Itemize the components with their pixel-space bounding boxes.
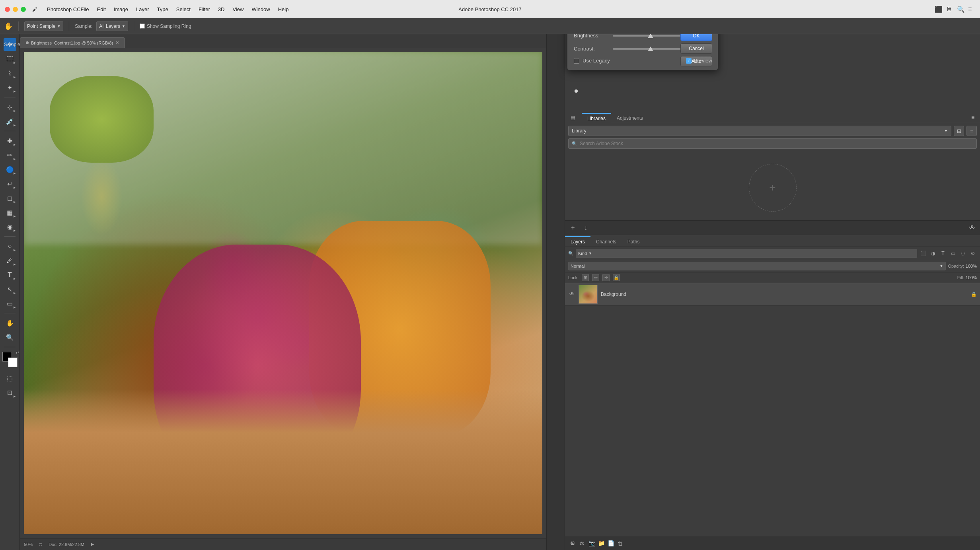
fill-value[interactable]: 100% (966, 275, 977, 280)
libs-add-circle[interactable]: + (749, 164, 797, 212)
layer-name-label: Background (601, 292, 968, 297)
menu-file[interactable]: File (81, 6, 89, 12)
sub-arrow-icon: ▶ (14, 215, 16, 218)
tab-channels[interactable]: Channels (590, 237, 622, 247)
hand-tool-button[interactable]: ✋ (4, 317, 16, 329)
show-sampling-ring-option[interactable]: Show Sampling Ring (140, 23, 191, 29)
background-color-swatch[interactable] (8, 358, 18, 367)
blur-tool-button[interactable]: ◉ ▶ (4, 220, 16, 233)
adjustment-filter-button[interactable]: ◑ (929, 249, 937, 257)
shape-filter-button[interactable]: ▭ (949, 249, 957, 257)
delete-layer-button[interactable]: 🗑 (616, 539, 625, 548)
add-to-library-button[interactable]: + (568, 223, 578, 233)
brush-tool-button[interactable]: ✏ ▶ (4, 149, 16, 161)
sample-dropdown[interactable]: All Layers ▼ (96, 21, 128, 31)
preview-checkbox[interactable]: ✓ (686, 58, 692, 64)
tab-paths[interactable]: Paths (622, 237, 645, 247)
mask-button[interactable]: 📷 (587, 539, 596, 548)
type-filter-button[interactable]: T (939, 249, 947, 257)
minimize-button[interactable] (13, 7, 18, 12)
tool-separator (4, 97, 16, 97)
lock-transparent-pixels-button[interactable]: ⊞ (582, 274, 589, 281)
tab-libraries[interactable]: Libraries (582, 113, 611, 123)
clone-stamp-tool-button[interactable]: 🔵 ▶ (4, 163, 16, 176)
list-icon[interactable]: ≡ (968, 6, 975, 13)
menu-layer[interactable]: Layer (136, 6, 149, 12)
library-dropdown[interactable]: Library ▼ (568, 126, 951, 136)
new-group-button[interactable]: 📁 (597, 539, 606, 548)
menu-3d[interactable]: 3D (218, 6, 225, 12)
search-icon[interactable]: 🔍 (957, 6, 964, 13)
blend-mode-dropdown[interactable]: Normal ▼ (568, 262, 946, 270)
sync-button[interactable]: ↓ (581, 223, 590, 233)
quick-selection-tool-button[interactable]: ✦ ▶ (4, 81, 16, 94)
crop-tool-button[interactable]: ⊹ ▶ (4, 101, 16, 113)
lock-all-button[interactable]: 🔒 (613, 274, 620, 281)
tab-layers[interactable]: Layers (565, 236, 590, 247)
document-tab[interactable]: Brightness_Contrast1.jpg @ 50% (RGB/8) ✕ (20, 37, 125, 48)
screen-mode-button[interactable]: ⊡ ▶ (4, 386, 16, 399)
use-legacy-checkbox[interactable] (574, 58, 579, 64)
chevron-right-icon[interactable]: ▶ (91, 542, 94, 547)
right-panel-content: Brightness/Contrast Brightness: 0 Contra… (565, 0, 980, 550)
menu-select[interactable]: Select (176, 6, 191, 12)
close-button[interactable] (5, 7, 10, 12)
menu-help[interactable]: Help (278, 6, 289, 12)
menu-edit[interactable]: Edit (97, 6, 106, 12)
opacity-value[interactable]: 100% (966, 264, 977, 268)
path-selection-tool-button[interactable]: ↖ ▶ (4, 283, 16, 295)
toggle-filter-button[interactable]: ⊙ (969, 249, 977, 257)
quick-mask-button[interactable]: ⬚ (4, 372, 16, 385)
eraser-tool-button[interactable]: ◻ ▶ (4, 192, 16, 204)
tab-adjustments[interactable]: Adjustments (611, 113, 649, 123)
lasso-tool-button[interactable]: ⌇ ▶ (4, 67, 16, 80)
fx-button[interactable]: fx (578, 539, 586, 548)
tab-paths-label: Paths (627, 239, 640, 245)
libs-toolbar: Library ▼ ⊞ ≡ (565, 123, 980, 138)
adjust-layer-button[interactable]: ☯ (568, 539, 577, 548)
tab-close-button[interactable]: ✕ (115, 40, 119, 45)
menu-filter[interactable]: Filter (199, 6, 210, 12)
swap-colors-icon[interactable]: ⇄ (16, 350, 19, 354)
menu-image[interactable]: Image (114, 6, 128, 12)
pixel-filter-button[interactable]: ⬛ (919, 249, 927, 257)
menu-view[interactable]: View (232, 6, 244, 12)
gradient-icon: ▦ (7, 209, 13, 216)
panel-collapse-icon[interactable]: ≡ (968, 113, 978, 122)
dodge-tool-button[interactable]: ○ ▶ (4, 240, 16, 253)
filter-kind-dropdown[interactable]: Kind ▼ (576, 249, 917, 258)
search-adobe-stock-input[interactable]: 🔍 Search Adobe Stock (568, 138, 977, 149)
menu-photoshop-cc[interactable]: Photoshop CC (47, 6, 81, 12)
eye-icon-button[interactable]: 👁 (967, 223, 977, 233)
new-layer-button[interactable]: 📄 (606, 539, 615, 548)
layer-visibility-toggle[interactable]: 👁 (568, 291, 575, 298)
canvas-image[interactable] (24, 52, 542, 534)
history-brush-tool-button[interactable]: ↩ ▶ (4, 177, 16, 190)
marquee-tool-button[interactable]: ▶ (4, 52, 16, 65)
libs-icon: ▤ (571, 115, 575, 120)
show-sampling-ring-checkbox[interactable] (140, 23, 145, 29)
smart-filter-button[interactable]: ◌ (959, 249, 967, 257)
type-tool-button[interactable]: T ▶ (4, 268, 16, 281)
list-view-button[interactable]: ≡ (966, 126, 977, 136)
pen-tool-button[interactable]: 🖊 ▶ (4, 254, 16, 267)
tool-separator (4, 236, 16, 237)
lock-image-pixels-button[interactable]: ✏ (592, 274, 599, 281)
monitor-icon[interactable]: 🖥 (946, 6, 953, 13)
zoom-tool-button[interactable]: 🔍 (4, 331, 16, 344)
menu-type[interactable]: Type (157, 6, 168, 12)
sample-size-dropdown[interactable]: Point Sample ▼ (24, 21, 63, 31)
sub-arrow-icon: ▶ (14, 124, 16, 127)
lock-position-button[interactable]: ✛ (602, 274, 610, 281)
eyedropper-tool-button[interactable]: 💉 ▶ (4, 115, 16, 128)
gradient-tool-button[interactable]: ▦ ▶ (4, 206, 16, 219)
shape-tool-button[interactable]: ▭ ▶ (4, 297, 16, 310)
table-row[interactable]: 👁 Background 🔒 (565, 283, 980, 305)
screen-record-icon[interactable]: ⬛ (935, 6, 942, 13)
fullscreen-button[interactable] (21, 7, 26, 12)
grid-view-button[interactable]: ⊞ (954, 126, 964, 136)
menu-window[interactable]: Window (251, 6, 270, 12)
healing-brush-tool-button[interactable]: ✚ ▶ (4, 134, 16, 147)
marquee-icon (7, 56, 13, 61)
brightness-slider[interactable] (613, 35, 688, 37)
